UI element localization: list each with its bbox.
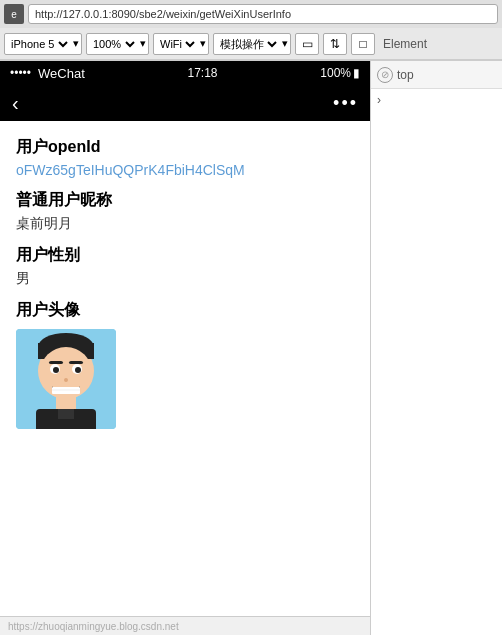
signal-text: ••••• bbox=[10, 66, 31, 80]
more-button[interactable]: ••• bbox=[333, 93, 358, 114]
toolbar: iPhone 5 ▾ 100% ▾ WiFi ▾ 模拟操作 ▾ ▭ ⇅ □ El… bbox=[0, 28, 502, 60]
avatar bbox=[16, 329, 116, 429]
mobile-frame: ••••• WeChat 17:18 100% ▮ ‹ ••• 用户openId… bbox=[0, 61, 370, 635]
back-button[interactable]: ‹ bbox=[12, 92, 19, 115]
device-chevron-icon: ▾ bbox=[73, 37, 79, 50]
element-label: Element bbox=[383, 37, 427, 51]
top-label: top bbox=[397, 68, 414, 82]
simulate-chevron-icon: ▾ bbox=[282, 37, 288, 50]
openid-value: oFWz65gTeIHuQQPrK4FbiH4ClSqM bbox=[16, 162, 354, 178]
mobile-footer: https://zhuoqianmingyue.blog.csdn.net bbox=[0, 616, 370, 635]
favicon-icon: e bbox=[4, 4, 24, 24]
zoom-select[interactable]: 100% bbox=[89, 37, 138, 51]
gender-value: 男 bbox=[16, 270, 354, 288]
svg-rect-14 bbox=[56, 397, 76, 411]
simulate-select[interactable]: 模拟操作 bbox=[216, 37, 280, 51]
mobile-content: 用户openId oFWz65gTeIHuQQPrK4FbiH4ClSqM 普通… bbox=[0, 121, 370, 616]
devtools-header: ⊘ top bbox=[371, 61, 502, 89]
nickname-value: 桌前明月 bbox=[16, 215, 354, 233]
capture-button[interactable]: □ bbox=[351, 33, 375, 55]
svg-rect-9 bbox=[49, 361, 63, 364]
mobile-status-bar: ••••• WeChat 17:18 100% ▮ bbox=[0, 61, 370, 85]
svg-rect-10 bbox=[69, 361, 83, 364]
main-layout: ••••• WeChat 17:18 100% ▮ ‹ ••• 用户openId… bbox=[0, 61, 502, 635]
svg-rect-16 bbox=[58, 409, 74, 419]
rotate-button[interactable]: ⇅ bbox=[323, 33, 347, 55]
footer-link: https://zhuoqianmingyue.blog.csdn.net bbox=[8, 621, 179, 632]
url-text: http://127.0.0.1:8090/sbe2/weixin/getWei… bbox=[35, 8, 291, 20]
device-select[interactable]: iPhone 5 bbox=[7, 37, 71, 51]
title-bar: e http://127.0.0.1:8090/sbe2/weixin/getW… bbox=[0, 0, 502, 28]
svg-point-7 bbox=[53, 367, 59, 373]
battery-icon: ▮ bbox=[353, 66, 360, 80]
expand-arrow-icon[interactable]: › bbox=[377, 93, 381, 107]
battery-area: 100% ▮ bbox=[320, 66, 360, 80]
browser-chrome: e http://127.0.0.1:8090/sbe2/weixin/getW… bbox=[0, 0, 502, 61]
app-name-label: WeChat bbox=[38, 66, 85, 81]
device-selector[interactable]: iPhone 5 ▾ bbox=[4, 33, 82, 55]
no-entry-icon: ⊘ bbox=[377, 67, 393, 83]
gender-label: 用户性别 bbox=[16, 245, 354, 266]
avatar-label: 用户头像 bbox=[16, 300, 354, 321]
mobile-nav-bar: ‹ ••• bbox=[0, 85, 370, 121]
battery-percent: 100% bbox=[320, 66, 351, 80]
network-selector[interactable]: WiFi ▾ bbox=[153, 33, 209, 55]
devtools-panel: ⊘ top › bbox=[370, 61, 502, 635]
address-bar[interactable]: http://127.0.0.1:8090/sbe2/weixin/getWei… bbox=[28, 4, 498, 24]
simulate-selector[interactable]: 模拟操作 ▾ bbox=[213, 33, 291, 55]
nickname-label: 普通用户昵称 bbox=[16, 190, 354, 211]
openid-label: 用户openId bbox=[16, 137, 354, 158]
zoom-chevron-icon: ▾ bbox=[140, 37, 146, 50]
svg-point-11 bbox=[64, 378, 68, 382]
signal-dots: ••••• WeChat bbox=[10, 66, 85, 81]
network-chevron-icon: ▾ bbox=[200, 37, 206, 50]
device-frame-button[interactable]: ▭ bbox=[295, 33, 319, 55]
svg-point-8 bbox=[75, 367, 81, 373]
time-label: 17:18 bbox=[188, 66, 218, 80]
avatar-image bbox=[16, 329, 116, 429]
network-select[interactable]: WiFi bbox=[156, 37, 198, 51]
devtools-content: › bbox=[371, 89, 502, 111]
zoom-selector[interactable]: 100% ▾ bbox=[86, 33, 149, 55]
svg-rect-12 bbox=[52, 387, 80, 394]
